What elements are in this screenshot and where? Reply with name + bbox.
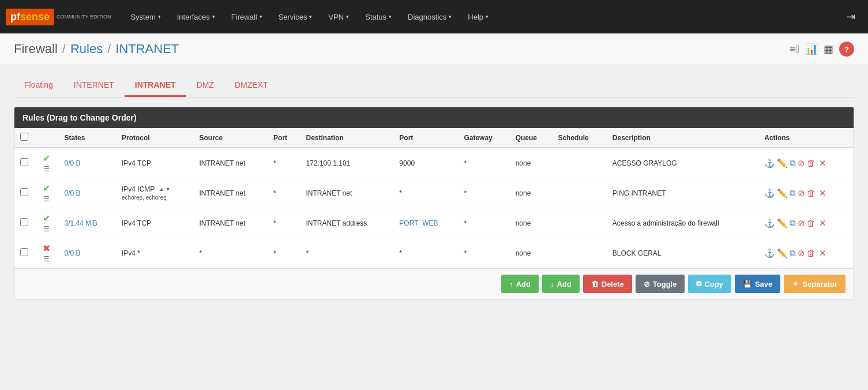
toggle-button[interactable]: ⊘ Toggle bbox=[636, 275, 685, 293]
separator-button[interactable]: ＋ Separator bbox=[784, 275, 846, 293]
row2-edit-icon[interactable]: ✏️ bbox=[777, 188, 788, 198]
nav-firewall[interactable]: Firewall ▾ bbox=[223, 8, 270, 26]
row3-states: 3/1.44 MiB bbox=[58, 208, 116, 238]
col-actions: Actions bbox=[758, 128, 854, 148]
help-icon[interactable]: ? bbox=[839, 42, 854, 57]
row2-destination: INTRANET net bbox=[300, 178, 394, 208]
row1-states-link[interactable]: 0/0 B bbox=[64, 159, 80, 167]
row2-states-link[interactable]: 0/0 B bbox=[64, 189, 80, 197]
row4-move-icon[interactable]: ✕ bbox=[819, 248, 826, 258]
row2-actions: ⚓ ✏️ ⧉ ⊘ 🗑 ✕ bbox=[758, 178, 854, 208]
tabs: Floating INTERNET INTRANET DMZ DMZEXT bbox=[14, 74, 854, 97]
add-below-label: Add bbox=[557, 280, 571, 288]
row3-anchor-icon[interactable]: ⚓ bbox=[764, 218, 775, 228]
rules-table-container: Rules (Drag to Change Order) States Prot… bbox=[14, 107, 854, 299]
row4-disable-icon[interactable]: ⊘ bbox=[798, 248, 805, 258]
bottom-bar: ↑ Add ↓ Add 🗑 Delete ⊘ Toggle ⧉ Copy 💾 S bbox=[14, 268, 854, 299]
table-row: ✔ ☰ 0/0 B IPv4 TCP INTRANET net * 172.10… bbox=[14, 148, 854, 178]
bar-chart-icon[interactable]: 📊 bbox=[805, 43, 818, 55]
nav-interfaces[interactable]: Interfaces ▾ bbox=[169, 8, 223, 26]
row3-delete-icon[interactable]: 🗑 bbox=[807, 218, 816, 228]
row1-anchor-icon[interactable]: ⚓ bbox=[764, 158, 775, 168]
row2-src-port: * bbox=[268, 178, 300, 208]
copy-icon: ⧉ bbox=[696, 279, 701, 288]
row3-dst-port-link[interactable]: PORT_WEB bbox=[399, 219, 438, 227]
nav-status[interactable]: Status ▾ bbox=[357, 8, 400, 26]
col-gateway: Gateway bbox=[458, 128, 509, 148]
row3-copy-icon[interactable]: ⧉ bbox=[790, 218, 796, 228]
tab-internet[interactable]: INTERNET bbox=[63, 74, 125, 97]
row1-edit-icon[interactable]: ✏️ bbox=[777, 158, 788, 168]
toggle-label: Toggle bbox=[653, 280, 677, 288]
tab-dmzext[interactable]: DMZEXT bbox=[224, 74, 279, 97]
row4-block-icon: ✖ bbox=[43, 243, 50, 254]
add-below-button[interactable]: ↓ Add bbox=[542, 275, 580, 293]
nav-vpn[interactable]: VPN ▾ bbox=[320, 8, 357, 26]
col-protocol: Protocol bbox=[116, 128, 194, 148]
row1-destination: 172.100.1.101 bbox=[300, 148, 394, 178]
copy-label: Copy bbox=[704, 280, 723, 288]
row3-source: INTRANET net bbox=[194, 208, 268, 238]
row1-checkbox[interactable] bbox=[20, 158, 28, 166]
row2-anchor-icon[interactable]: ⚓ bbox=[764, 188, 775, 198]
row4-source: * bbox=[194, 238, 268, 268]
row1-state-icons: ✔ ☰ bbox=[34, 148, 58, 178]
col-states: States bbox=[58, 128, 116, 148]
row2-dst-port: * bbox=[393, 178, 458, 208]
row1-copy-icon[interactable]: ⧉ bbox=[790, 158, 796, 168]
nav-diagnostics[interactable]: Diagnostics ▾ bbox=[400, 8, 460, 26]
row4-queue: none bbox=[510, 238, 553, 268]
row2-schedule bbox=[552, 178, 606, 208]
save-button[interactable]: 💾 Save bbox=[735, 275, 780, 293]
col-schedule: Schedule bbox=[552, 128, 606, 148]
delete-button[interactable]: 🗑 Delete bbox=[583, 275, 632, 293]
row2-delete-icon[interactable]: 🗑 bbox=[807, 188, 816, 198]
nav-help[interactable]: Help ▾ bbox=[460, 8, 497, 26]
breadcrumb-rules[interactable]: Rules bbox=[70, 42, 103, 57]
row2-checkbox[interactable] bbox=[20, 188, 28, 196]
row4-actions: ⚓ ✏️ ⧉ ⊘ 🗑 ✕ bbox=[758, 238, 854, 268]
select-all-checkbox[interactable] bbox=[20, 133, 28, 141]
row3-states-link[interactable]: 3/1.44 MiB bbox=[64, 219, 97, 227]
row1-move-icon[interactable]: ✕ bbox=[819, 158, 826, 168]
row4-delete-icon[interactable]: 🗑 bbox=[807, 248, 816, 258]
col-queue: Queue bbox=[510, 128, 553, 148]
row4-checkbox[interactable] bbox=[20, 248, 28, 256]
logout-icon[interactable]: ⇥ bbox=[840, 6, 862, 28]
col-description: Description bbox=[607, 128, 758, 148]
row2-pass-icon: ✔ bbox=[43, 183, 50, 194]
row4-anchor-icon[interactable]: ⚓ bbox=[764, 248, 775, 258]
tab-intranet[interactable]: INTRANET bbox=[125, 74, 186, 97]
tab-floating[interactable]: Floating bbox=[14, 74, 63, 97]
breadcrumb-firewall: Firewall bbox=[14, 42, 58, 57]
copy-button[interactable]: ⧉ Copy bbox=[688, 275, 731, 293]
row3-protocol: IPv4 TCP bbox=[116, 208, 194, 238]
row2-move-icon[interactable]: ✕ bbox=[819, 188, 826, 198]
row2-gateway: * bbox=[458, 178, 509, 208]
row3-dst-port: PORT_WEB bbox=[393, 208, 458, 238]
row1-disable-icon[interactable]: ⊘ bbox=[798, 158, 805, 168]
row4-copy-icon[interactable]: ⧉ bbox=[790, 248, 796, 258]
nav-system[interactable]: System ▾ bbox=[122, 8, 168, 26]
row1-pass-icon: ✔ bbox=[43, 153, 50, 164]
table-icon[interactable]: ▦ bbox=[824, 43, 833, 55]
add-above-icon: ↑ bbox=[509, 280, 513, 288]
row3-queue: none bbox=[510, 208, 553, 238]
row1-dst-port: 9000 bbox=[393, 148, 458, 178]
delete-icon: 🗑 bbox=[591, 280, 599, 288]
row3-edit-icon[interactable]: ✏️ bbox=[777, 218, 788, 228]
row4-states-link[interactable]: 0/0 B bbox=[64, 249, 80, 257]
sliders-icon[interactable]: ≡⃝ bbox=[790, 43, 799, 55]
save-icon: 💾 bbox=[743, 280, 752, 288]
row4-edit-icon[interactable]: ✏️ bbox=[777, 248, 788, 258]
row2-copy-icon[interactable]: ⧉ bbox=[790, 188, 796, 198]
row3-checkbox[interactable] bbox=[20, 218, 28, 226]
tab-dmz[interactable]: DMZ bbox=[186, 74, 224, 97]
row3-move-icon[interactable]: ✕ bbox=[819, 218, 826, 228]
nav-services[interactable]: Services ▾ bbox=[270, 8, 321, 26]
row3-disable-icon[interactable]: ⊘ bbox=[798, 218, 805, 228]
table-row: ✔ ☰ 3/1.44 MiB IPv4 TCP INTRANET net * I… bbox=[14, 208, 854, 238]
row1-delete-icon[interactable]: 🗑 bbox=[807, 158, 816, 168]
row2-disable-icon[interactable]: ⊘ bbox=[798, 188, 805, 198]
add-above-button[interactable]: ↑ Add bbox=[501, 275, 539, 293]
